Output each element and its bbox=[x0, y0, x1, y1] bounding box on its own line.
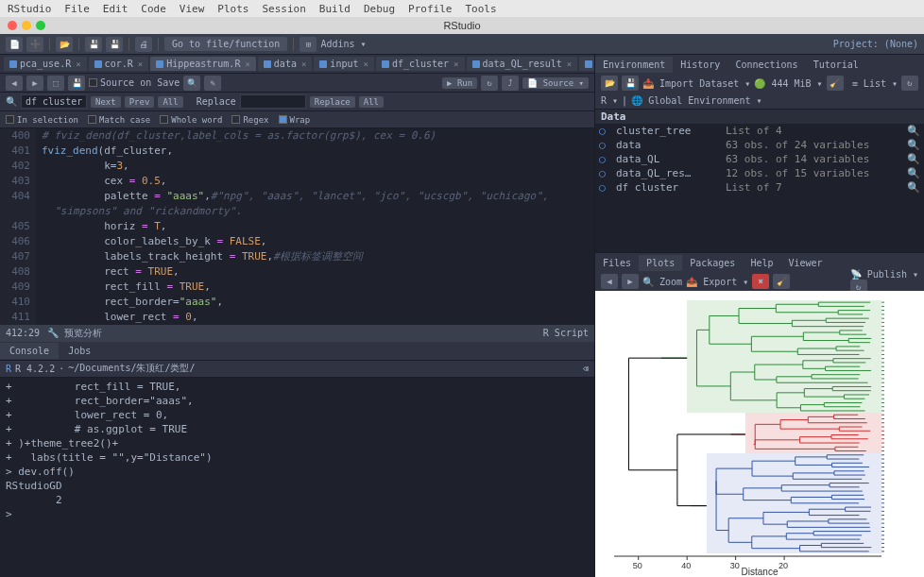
language-label[interactable]: R Script bbox=[543, 328, 589, 338]
view-mode-select[interactable]: ≡ List ▾ bbox=[852, 78, 898, 89]
inspect-icon[interactable]: 🔍 bbox=[907, 153, 920, 165]
minimize-window-icon[interactable] bbox=[22, 21, 31, 30]
clear-plots-icon[interactable]: 🧹 bbox=[773, 274, 790, 289]
match-case-checkbox[interactable]: Match case bbox=[88, 115, 150, 125]
save-all-icon[interactable]: 💾 bbox=[106, 37, 123, 52]
code-line[interactable]: 410 rect_border="aaas", bbox=[0, 295, 594, 310]
open-file-icon[interactable]: 📂 bbox=[56, 37, 73, 52]
save-icon[interactable]: 💾 bbox=[85, 37, 102, 52]
expand-icon[interactable]: ◯ bbox=[599, 153, 610, 165]
new-file-icon[interactable]: 📄 bbox=[6, 37, 23, 52]
environment-item[interactable]: ◯df clusterList of 7🔍 bbox=[595, 180, 924, 195]
zoom-window-icon[interactable] bbox=[36, 21, 45, 30]
code-line[interactable]: 401fviz_dend(df_cluster, bbox=[0, 144, 594, 159]
tab-file[interactable]: Hippeastrum.R× bbox=[150, 57, 256, 71]
scope-select[interactable]: 🌐 Global Environment ▾ bbox=[631, 95, 761, 106]
tab-packages[interactable]: Packages bbox=[682, 255, 743, 271]
wrap-checkbox[interactable]: Wrap bbox=[279, 115, 311, 125]
close-tab-icon[interactable]: × bbox=[301, 59, 306, 69]
source-on-save-checkbox[interactable]: Source on Save bbox=[89, 77, 180, 88]
code-line[interactable]: "simpsons" and "rickandmorty". bbox=[0, 204, 594, 219]
find-icon[interactable]: 🔍 bbox=[183, 76, 200, 91]
language-select[interactable]: R ▾ bbox=[601, 95, 618, 106]
inspect-icon[interactable]: 🔍 bbox=[907, 139, 920, 151]
inspect-icon[interactable]: 🔍 bbox=[907, 167, 920, 179]
goto-file-input[interactable]: Go to file/function bbox=[164, 37, 287, 51]
import-dataset-button[interactable]: 📥 Import Dataset ▾ bbox=[642, 78, 750, 89]
close-tab-icon[interactable]: × bbox=[138, 59, 143, 69]
console-clear-icon[interactable]: ⌫ bbox=[583, 364, 589, 374]
code-line[interactable]: 405 horiz = T, bbox=[0, 219, 594, 234]
menu-item[interactable]: Profile bbox=[408, 3, 452, 15]
code-line[interactable]: 411 lower_rect = 0, bbox=[0, 310, 594, 325]
tab-files[interactable]: Files bbox=[595, 255, 639, 271]
print-icon[interactable]: 🖨 bbox=[135, 37, 152, 52]
new-project-icon[interactable]: ➕ bbox=[26, 37, 43, 52]
tab-viewer[interactable]: Viewer bbox=[780, 255, 830, 271]
working-dir[interactable]: ~/Documents/朱顶红/类型/ bbox=[68, 362, 195, 375]
whole-word-checkbox[interactable]: Whole word bbox=[160, 115, 222, 125]
tab-connections[interactable]: Connections bbox=[727, 57, 805, 73]
close-tab-icon[interactable]: × bbox=[76, 59, 80, 69]
replace-input[interactable] bbox=[240, 94, 306, 109]
replace-button[interactable]: Replace bbox=[310, 96, 355, 108]
environment-item[interactable]: ◯data_QL63 obs. of 14 variables🔍 bbox=[595, 152, 924, 166]
find-all-button[interactable]: All bbox=[158, 96, 182, 108]
close-tab-icon[interactable]: × bbox=[245, 59, 249, 69]
menu-item[interactable]: Build bbox=[319, 3, 351, 15]
find-input[interactable] bbox=[21, 94, 87, 109]
tab-file[interactable]: data× bbox=[258, 57, 313, 71]
code-line[interactable]: 403 cex = 0.5, bbox=[0, 174, 594, 189]
menu-item[interactable]: Edit bbox=[103, 3, 128, 15]
code-line[interactable]: 407 labels_track_height = TRUE,#根据标签调整空间 bbox=[0, 249, 594, 264]
menu-item[interactable]: Code bbox=[141, 3, 166, 15]
tab-history[interactable]: History bbox=[673, 57, 727, 73]
broom-icon[interactable]: 🧹 bbox=[827, 76, 844, 91]
code-editor[interactable]: 400# fviz_dend(df_cluster,label_cols = a… bbox=[0, 128, 594, 325]
source-button[interactable]: 📄 Source ▾ bbox=[522, 77, 589, 89]
regex-checkbox[interactable]: Regex bbox=[231, 115, 268, 125]
expand-icon[interactable]: ◯ bbox=[599, 125, 610, 137]
menu-item[interactable]: File bbox=[64, 3, 90, 15]
forward-icon[interactable]: ▶ bbox=[26, 76, 43, 91]
prev-plot-icon[interactable]: ◀ bbox=[601, 274, 618, 289]
memory-usage[interactable]: 🟢 444 MiB ▾ bbox=[754, 78, 822, 89]
tab-jobs[interactable]: Jobs bbox=[59, 343, 100, 359]
menu-item[interactable]: Plots bbox=[217, 3, 248, 15]
tab-help[interactable]: Help bbox=[743, 255, 780, 271]
tab-plots[interactable]: Plots bbox=[639, 255, 682, 271]
export-button[interactable]: 📤 Export ▾ bbox=[686, 277, 748, 287]
tab-environment[interactable]: Environment bbox=[595, 57, 673, 73]
close-tab-icon[interactable]: × bbox=[453, 59, 458, 69]
tab-file[interactable]: cor.R× bbox=[89, 57, 149, 71]
zoom-button[interactable]: 🔍 Zoom bbox=[642, 277, 682, 287]
addins-icon[interactable]: ⊞ bbox=[299, 37, 317, 52]
code-line[interactable]: 404 palette = "aaas",#"npg", "aaas", "la… bbox=[0, 189, 594, 204]
code-line[interactable]: 408 rect = TRUE, bbox=[0, 264, 594, 280]
load-workspace-icon[interactable]: 📂 bbox=[601, 76, 618, 91]
menu-item[interactable]: Debug bbox=[364, 3, 395, 15]
goto-icon[interactable]: ⤴ bbox=[502, 76, 519, 91]
save-workspace-icon[interactable]: 💾 bbox=[622, 76, 639, 91]
code-line[interactable]: 406 color_labels_by_k = FALSE, bbox=[0, 234, 594, 249]
expand-icon[interactable]: ◯ bbox=[599, 181, 610, 194]
back-icon[interactable]: ◀ bbox=[6, 76, 23, 91]
publish-button[interactable]: 📡 Publish ▾ bbox=[850, 269, 918, 280]
addins-label[interactable]: Addins ▾ bbox=[320, 39, 366, 49]
close-window-icon[interactable] bbox=[8, 21, 17, 30]
run-button[interactable]: ▶ Run bbox=[442, 77, 477, 89]
next-plot-icon[interactable]: ▶ bbox=[622, 274, 639, 289]
wand-icon[interactable]: ✎ bbox=[204, 76, 221, 91]
tab-file[interactable]: df_cluster× bbox=[376, 57, 465, 71]
menu-item[interactable]: Tools bbox=[465, 3, 496, 15]
replace-all-button[interactable]: All bbox=[359, 96, 384, 108]
menu-item[interactable]: View bbox=[180, 3, 205, 15]
show-in-new-icon[interactable]: ⬚ bbox=[47, 76, 64, 91]
code-line[interactable]: 409 rect_fill = TRUE, bbox=[0, 280, 594, 295]
code-line[interactable]: 400# fviz_dend(df_cluster,label_cols = a… bbox=[0, 128, 594, 144]
close-tab-icon[interactable]: × bbox=[363, 59, 368, 69]
context-label[interactable]: 🔧 预览分析 bbox=[47, 327, 102, 340]
find-next-button[interactable]: Next bbox=[91, 96, 121, 108]
rerun-icon[interactable]: ↻ bbox=[481, 76, 498, 91]
environment-item[interactable]: ◯data_QL_res…12 obs. of 15 variables🔍 bbox=[595, 166, 924, 180]
